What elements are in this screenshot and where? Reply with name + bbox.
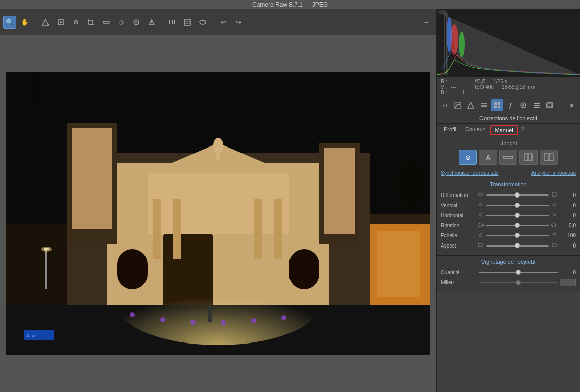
milieu-label: Milieu bbox=[441, 280, 475, 285]
horizontal-row: Horizontal 0 bbox=[441, 212, 576, 219]
svg-rect-70 bbox=[498, 102, 500, 105]
profil-tab[interactable]: Profil bbox=[440, 125, 460, 135]
upright-full-btn[interactable] bbox=[540, 150, 558, 165]
title-text: Camera Raw 8.7.1 — JPEG bbox=[252, 1, 328, 8]
svg-point-5 bbox=[135, 21, 137, 23]
horizontal-slider-container bbox=[486, 212, 549, 219]
deformation-icon-right bbox=[551, 192, 558, 198]
undo-btn[interactable]: ↩ bbox=[217, 16, 230, 29]
panel-options-btn-container: ≡ bbox=[566, 99, 578, 111]
svg-rect-85 bbox=[478, 193, 482, 195]
straighten-tool[interactable] bbox=[100, 16, 113, 29]
transformation-section: Transformation Déformation 0 Vertical bbox=[437, 178, 580, 256]
echelle-slider[interactable] bbox=[486, 235, 549, 236]
left-panel: 🔍 ✋ ⊕ ◇ bbox=[0, 9, 436, 392]
milieu-slider[interactable] bbox=[479, 282, 558, 283]
vertical-slider-container bbox=[486, 202, 549, 209]
b-label: B : bbox=[441, 90, 447, 95]
horizontal-slider[interactable] bbox=[486, 215, 549, 216]
milieu-value-input[interactable] bbox=[560, 279, 576, 286]
basic-panel-btn[interactable]: ⊙ bbox=[439, 99, 451, 111]
upright-auto-btn[interactable]: A bbox=[479, 150, 497, 165]
fx-btn[interactable]: ƒ bbox=[504, 99, 516, 111]
svg-point-14 bbox=[200, 20, 206, 24]
svg-point-43 bbox=[281, 315, 286, 320]
aspect-value: 0 bbox=[560, 243, 576, 249]
histogram-btn[interactable] bbox=[465, 99, 477, 111]
upright-level-btn[interactable] bbox=[499, 150, 517, 165]
rotation-slider[interactable] bbox=[486, 225, 549, 226]
svg-rect-25 bbox=[148, 173, 289, 234]
panel-options-btn[interactable]: ≡ bbox=[566, 99, 578, 111]
grad-filter-tool[interactable] bbox=[181, 16, 194, 29]
upright-vertical-btn[interactable] bbox=[519, 150, 538, 165]
horizontal-icon-left bbox=[477, 212, 484, 218]
horizontal-value: 0 bbox=[560, 213, 576, 218]
presets-btn[interactable] bbox=[530, 99, 543, 111]
echelle-label: Echelle bbox=[441, 233, 475, 238]
svg-rect-75 bbox=[534, 103, 540, 104]
deformation-row: Déformation 0 bbox=[441, 191, 576, 199]
vertical-row: Vertical 0 bbox=[441, 202, 576, 209]
snapshots-btn[interactable] bbox=[544, 99, 556, 111]
svg-point-55 bbox=[208, 306, 213, 312]
annotation-2-marker: 2 bbox=[521, 125, 525, 135]
redo-btn[interactable]: ↪ bbox=[232, 16, 245, 29]
crop-tool[interactable] bbox=[84, 16, 98, 29]
svg-point-38 bbox=[130, 312, 135, 317]
deformation-slider-container bbox=[486, 191, 549, 199]
spot-removal-tool[interactable] bbox=[130, 16, 143, 29]
color-sampler-tool[interactable] bbox=[54, 16, 67, 29]
detail-btn[interactable] bbox=[478, 99, 490, 111]
couleur-tab-label: Couleur bbox=[465, 126, 485, 132]
svg-rect-30 bbox=[173, 199, 181, 259]
svg-rect-90 bbox=[552, 244, 556, 246]
aspect-icon-left bbox=[477, 242, 484, 249]
calib-btn[interactable] bbox=[517, 99, 529, 111]
svg-rect-28 bbox=[216, 151, 220, 161]
sync-link[interactable]: Synchroniser les résultats bbox=[441, 170, 499, 176]
r-value: --- bbox=[451, 79, 456, 84]
radial-filter-tool[interactable] bbox=[196, 16, 209, 29]
open-in-ps-btn[interactable]: → bbox=[420, 16, 433, 29]
panel-title: Corrections de l'objectif bbox=[437, 113, 580, 124]
vignette-section: Vignetage de l'objectif Quantité 0 Milie… bbox=[437, 256, 580, 292]
deformation-slider[interactable] bbox=[486, 194, 549, 196]
hand-tool[interactable]: ✋ bbox=[18, 16, 31, 29]
iso-value: ISO 400 bbox=[475, 84, 494, 90]
shutter-value: 1/25 s bbox=[493, 79, 507, 84]
svg-marker-87 bbox=[479, 233, 482, 236]
tone-curve-btn[interactable] bbox=[452, 99, 464, 111]
svg-point-74 bbox=[522, 104, 524, 106]
horizontal-icon-right bbox=[551, 212, 558, 218]
transform-tool[interactable]: ◇ bbox=[115, 16, 128, 29]
upright-off-btn[interactable]: ⊘ bbox=[459, 150, 477, 165]
manuel-tab[interactable]: Manuel bbox=[490, 125, 518, 135]
analyze-link[interactable]: Analyser à nouveau bbox=[531, 170, 576, 176]
v-value: --- bbox=[451, 84, 456, 90]
svg-rect-34 bbox=[72, 128, 112, 229]
hsl-btn[interactable] bbox=[491, 99, 503, 111]
svg-point-53 bbox=[395, 161, 425, 206]
svg-rect-77 bbox=[534, 107, 540, 108]
svg-rect-83 bbox=[544, 154, 548, 161]
couleur-tab[interactable]: Couleur bbox=[461, 125, 489, 135]
red-eye-tool[interactable] bbox=[145, 16, 158, 29]
white-balance-tool[interactable] bbox=[39, 16, 52, 29]
echelle-value: 100 bbox=[560, 233, 576, 238]
echelle-icon-right bbox=[551, 232, 558, 238]
lens-value: 18-55@18 mm bbox=[502, 84, 535, 90]
quantite-slider[interactable] bbox=[479, 272, 558, 273]
echelle-slider-container bbox=[486, 232, 549, 239]
svg-rect-76 bbox=[534, 105, 540, 106]
church-image: Juno bbox=[6, 72, 430, 355]
vertical-slider[interactable] bbox=[486, 205, 549, 206]
zoom-tool[interactable]: 🔍 bbox=[3, 16, 16, 29]
upright-title: Upright bbox=[440, 140, 577, 146]
adj-brush-tool[interactable] bbox=[166, 16, 179, 29]
quantite-value: 0 bbox=[560, 270, 576, 275]
echelle-icon-left bbox=[477, 232, 484, 238]
quantite-row: Quantité 0 bbox=[441, 269, 576, 276]
targeted-adj-tool[interactable]: ⊕ bbox=[69, 16, 82, 29]
aspect-slider[interactable] bbox=[486, 245, 549, 247]
